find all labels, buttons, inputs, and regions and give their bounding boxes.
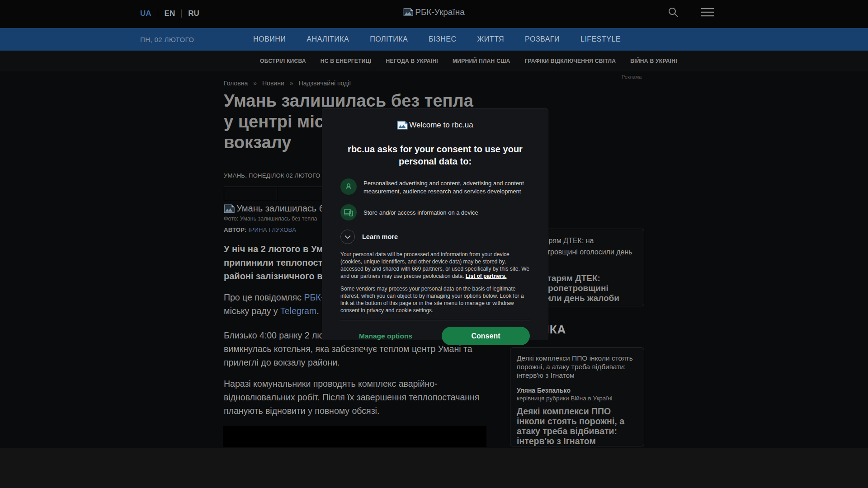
lang-ru[interactable]: RU bbox=[188, 9, 199, 18]
share-button[interactable] bbox=[224, 187, 277, 200]
broken-image-icon bbox=[397, 121, 408, 130]
breadcrumb: Головна » Новини » Надзвичайні події bbox=[224, 80, 351, 87]
article-image-caption: Фото: Умань залишилась без тепла bbox=[224, 216, 317, 222]
breadcrumb-home[interactable]: Головна bbox=[224, 80, 248, 87]
author-row: АВТОР: ІРИНА ГЛУХОВА bbox=[224, 226, 296, 233]
article-embed-placeholder bbox=[223, 426, 486, 447]
nav-item-life[interactable]: ЖИТТЯ bbox=[477, 35, 505, 43]
topic-energy-emergency[interactable]: НС В ЕНЕРГЕТИЦІ bbox=[321, 58, 372, 64]
topic-blackout-schedules[interactable]: ГРАФІКИ ВІДКЛЮЧЕННЯ СВІТЛА bbox=[524, 58, 616, 64]
menu-icon[interactable] bbox=[701, 7, 714, 17]
consent-dialog-logo: Welcome to rbc.ua bbox=[340, 121, 530, 130]
nav-item-lifestyle[interactable]: LIFESTYLE bbox=[580, 35, 621, 43]
sidebar-card-headline[interactable]: Деякі комплекси ППО інколи стоять порожн… bbox=[517, 406, 637, 446]
footer-strip bbox=[0, 448, 868, 488]
sidebar-card-image: Деякі комплекси ППО інколи стоять порожн… bbox=[517, 354, 637, 380]
lang-ua[interactable]: UA bbox=[140, 9, 151, 18]
lang-en[interactable]: EN bbox=[165, 9, 175, 18]
topic-us-peace-plan[interactable]: МИРНИЙ ПЛАН США bbox=[453, 58, 510, 64]
article-paragraph: Наразі комунальники проводять комплекс а… bbox=[224, 377, 495, 418]
sidebar-card-author[interactable]: Уляна Безпалько bbox=[517, 387, 637, 394]
topic-war-in-ukraine[interactable]: ВІЙНА В УКРАЇНІ bbox=[630, 58, 677, 64]
topic-kyiv-shelling[interactable]: ОБСТРІЛ КИЄВА bbox=[260, 58, 306, 64]
article-date: УМАНЬ, ПОНЕДІЛОК 02 ЛЮТОГО 2026 bbox=[224, 172, 335, 179]
consent-purpose-storage: Store and/or access information on a dev… bbox=[340, 204, 530, 221]
current-date: ПН, 02 ЛЮТОГО bbox=[140, 36, 194, 43]
consent-logo-text: Welcome to rbc.ua bbox=[409, 121, 473, 130]
breadcrumb-emergencies[interactable]: Надзвичайні події bbox=[299, 80, 351, 87]
person-icon bbox=[340, 178, 357, 195]
author-link[interactable]: ІРИНА ГЛУХОВА bbox=[249, 226, 297, 233]
nav-menu: НОВИНИ АНАЛІТИКА ПОЛІТИКА БІЗНЕС ЖИТТЯ Р… bbox=[253, 35, 621, 43]
breadcrumb-separator: » bbox=[253, 80, 257, 87]
paragraph-text: Про це повідомляє bbox=[224, 292, 304, 302]
language-switcher: UA EN RU bbox=[140, 9, 199, 18]
sidebar-card-image-alt: Деякі комплекси ППО інколи стоять порожн… bbox=[517, 354, 633, 379]
page: UA EN RU РБК-Україна bbox=[0, 0, 868, 488]
manage-options-button[interactable]: Manage options bbox=[340, 332, 431, 340]
divider bbox=[340, 320, 530, 320]
consent-heading: rbc.ua asks for your consent to use your… bbox=[340, 143, 530, 168]
learn-more-label: Learn more bbox=[362, 233, 398, 240]
top-bar: UA EN RU РБК-Україна bbox=[0, 0, 868, 28]
author-label: АВТОР: bbox=[224, 226, 247, 233]
consent-button[interactable]: Consent bbox=[442, 327, 530, 345]
nav-item-analytics[interactable]: АНАЛІТИКА bbox=[307, 35, 349, 43]
ad-label: Реклама bbox=[622, 74, 642, 80]
nav-item-news[interactable]: НОВИНИ bbox=[253, 35, 286, 43]
topic-bad-weather[interactable]: НЕГОДА В УКРАЇНІ bbox=[386, 58, 438, 64]
nav-item-politics[interactable]: ПОЛІТИКА bbox=[370, 35, 408, 43]
breadcrumb-news[interactable]: Новини bbox=[262, 80, 284, 87]
top-actions bbox=[667, 6, 714, 18]
consent-actions: Manage options Consent bbox=[340, 327, 530, 345]
divider bbox=[158, 9, 158, 18]
consent-dialog: Welcome to rbc.ua rbc.ua asks for your c… bbox=[322, 108, 548, 340]
chevron-down-icon bbox=[340, 230, 355, 244]
device-icon bbox=[340, 204, 357, 221]
search-icon[interactable] bbox=[667, 6, 679, 18]
nav-item-entertainment[interactable]: РОЗВАГИ bbox=[525, 35, 560, 43]
consent-body-text-2: Some vendors may process your personal d… bbox=[340, 285, 530, 314]
broken-image-icon bbox=[224, 204, 235, 213]
topics-list: ОБСТРІЛ КИЄВА НС В ЕНЕРГЕТИЦІ НЕГОДА В У… bbox=[260, 58, 677, 64]
divider bbox=[181, 9, 182, 18]
telegram-link[interactable]: Telegram bbox=[280, 306, 316, 316]
consent-purpose-advertising: Personalised advertising and content, ad… bbox=[340, 178, 530, 195]
nav-item-business[interactable]: БІЗНЕС bbox=[429, 35, 456, 43]
list-of-partners-link[interactable]: List of partners. bbox=[466, 273, 507, 279]
consent-purpose-text: Personalised advertising and content, ad… bbox=[363, 178, 530, 195]
site-logo-text: РБК-Україна bbox=[415, 7, 465, 17]
paragraph-text: . bbox=[316, 306, 319, 316]
sidebar-analytics-card[interactable]: Деякі комплекси ППО інколи стоять порожн… bbox=[510, 347, 644, 446]
topics-bar: ОБСТРІЛ КИЄВА НС В ЕНЕРГЕТИЦІ НЕГОДА В У… bbox=[0, 51, 868, 71]
site-logo[interactable]: РБК-Україна bbox=[403, 7, 465, 17]
sidebar-card-author-role: керівниця рубрики Війна в Україні bbox=[517, 395, 637, 402]
learn-more-toggle[interactable]: Learn more bbox=[340, 230, 530, 244]
breadcrumb-separator: » bbox=[290, 80, 293, 87]
broken-image-icon bbox=[403, 8, 413, 16]
consent-body-text: Your personal data will be processed and… bbox=[340, 251, 530, 280]
consent-purpose-text: Store and/or access information on a dev… bbox=[363, 204, 478, 217]
main-navigation: ПН, 02 ЛЮТОГО НОВИНИ АНАЛІТИКА ПОЛІТИКА … bbox=[0, 28, 868, 51]
